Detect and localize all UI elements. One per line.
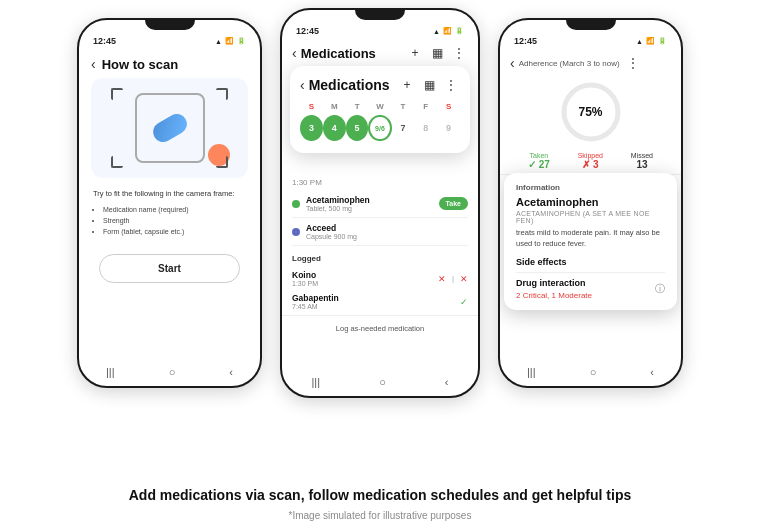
phone2-header: ‹ Medications + ▦ ⋮ — [282, 38, 478, 66]
drug-int-label-wrap: Drug interaction 2 Critical, 1 Moderate — [516, 278, 592, 300]
day-8[interactable]: 8 — [414, 115, 437, 141]
nav-home-2[interactable]: ○ — [379, 376, 386, 388]
nav-bars-2[interactable]: ||| — [312, 376, 321, 388]
phone-status-1: 12:45 ▲ 📶 🔋 — [79, 34, 260, 48]
day-6[interactable]: 9/6 — [368, 115, 391, 141]
info-section-label: Information — [516, 183, 665, 192]
start-btn-wrap: Start — [79, 244, 260, 293]
phone1-time: 12:45 — [93, 36, 116, 46]
phone2-time: 12:45 — [296, 26, 319, 36]
med-item-1: Acetaminophen Tablet, 500 mg Take — [292, 190, 468, 218]
day-4[interactable]: 4 — [323, 115, 346, 141]
adherence-circle: 75% — [559, 80, 623, 144]
scan-frame — [135, 93, 205, 163]
calendar-button-2[interactable]: ▦ — [428, 44, 446, 62]
skipped-label: Skipped — [578, 152, 603, 159]
logged-label: Logged — [292, 254, 468, 263]
taken-label: Taken — [528, 152, 550, 159]
day-labels-row: S M T W T F S — [300, 102, 460, 111]
scan-list: Medication name (required) Strength Form… — [93, 204, 246, 238]
info-icon[interactable]: ⓘ — [655, 282, 665, 296]
back-icon-1[interactable]: ‹ — [91, 56, 96, 72]
phone1-content: ‹ How to scan Try to fit the following i… — [79, 48, 260, 360]
day-3[interactable]: 3 — [300, 115, 323, 141]
logged-name-2: Gabapentin — [292, 293, 456, 303]
med-info-1: Acetaminophen Tablet, 500 mg — [306, 195, 433, 212]
logged-name-1: Koino — [292, 270, 434, 280]
dropdown-back[interactable]: ‹ — [300, 77, 305, 93]
more-button-2[interactable]: ⋮ — [450, 44, 468, 62]
day-5[interactable]: 5 — [346, 115, 369, 141]
status-icons-3: ▲ 📶 🔋 — [636, 37, 667, 45]
taken-value: ✓ 27 — [528, 159, 550, 170]
phone2-title: Medications — [301, 46, 402, 61]
divider-info — [516, 272, 665, 273]
dropdown-more[interactable]: ⋮ — [442, 76, 460, 94]
taken-stat: Taken ✓ 27 — [528, 152, 550, 170]
scan-item-2: Strength — [103, 215, 246, 226]
back-icon-3[interactable]: ‹ — [510, 55, 515, 71]
phone-status-3: 12:45 ▲ 📶 🔋 — [500, 34, 681, 48]
day-label-t2: T — [391, 102, 414, 111]
med-dot-1 — [292, 200, 300, 208]
missed-label: Missed — [631, 152, 653, 159]
med-info-2: Acceed Capsule 900 mg — [306, 223, 468, 240]
nav-back-1[interactable]: ‹ — [229, 366, 233, 378]
skipped-value: ✗ 3 — [578, 159, 603, 170]
phone2-bottom: ||| ○ ‹ — [282, 370, 478, 396]
time-label-130: 1:30 PM — [292, 178, 468, 187]
skip-icon-1[interactable]: ✕ — [460, 274, 468, 284]
drug-int-value: 2 Critical, 1 Moderate — [516, 291, 592, 300]
skipped-stat: Skipped ✗ 3 — [578, 152, 603, 170]
check-icon-2: ✓ — [460, 297, 468, 307]
day-9[interactable]: 9 — [437, 115, 460, 141]
info-card-subtitle: ACETAMINOPHEN (a set a MEE noe fen) — [516, 210, 665, 224]
dropdown-cal[interactable]: ▦ — [420, 76, 438, 94]
status-icons: ▲ 📶 🔋 — [215, 37, 246, 45]
afternoon-section: 1:30 PM Acetaminophen Tablet, 500 mg Tak… — [282, 174, 478, 248]
pill-icon — [149, 110, 190, 145]
back-icon-2[interactable]: ‹ — [292, 45, 297, 61]
nav-back-3[interactable]: ‹ — [650, 366, 654, 378]
phone-medications: 12:45 ▲ 📶 🔋 ‹ Medications + ▦ ⋮ ‹ Medica… — [280, 8, 480, 398]
calendar-dropdown: ‹ Medications + ▦ ⋮ S M T W T F S 3 — [290, 66, 470, 153]
day-label-w: W — [369, 102, 392, 111]
phone3-content: ‹ Adherence (March 3 to now) ⋮ 75% Taken… — [500, 48, 681, 360]
scan-item-3: Form (tablet, capsule etc.) — [103, 226, 246, 237]
logged-info-1: Koino 1:30 PM — [292, 270, 434, 287]
start-button[interactable]: Start — [99, 254, 240, 283]
dropdown-add[interactable]: + — [398, 76, 416, 94]
nav-bars-3[interactable]: ||| — [527, 366, 536, 378]
day-7[interactable]: 7 — [392, 115, 415, 141]
phone-notch-2 — [355, 10, 405, 20]
caption-main: Add medications via scan, follow medicat… — [129, 486, 632, 506]
log-prn[interactable]: Log as-needed medication — [282, 315, 478, 341]
day-label-t1: T — [346, 102, 369, 111]
nav-back-2[interactable]: ‹ — [445, 376, 449, 388]
side-effects-title: Side effects — [516, 257, 665, 267]
logged-section: Logged Koino 1:30 PM ✕ | ✕ Gabapentin — [282, 248, 478, 315]
missed-value: 13 — [631, 159, 653, 170]
nav-bars-1[interactable]: ||| — [106, 366, 115, 378]
delete-icon-1[interactable]: ✕ — [438, 274, 446, 284]
day-label-s2: S — [437, 102, 460, 111]
dropdown-header: ‹ Medications + ▦ ⋮ — [300, 76, 460, 94]
day-label-s1: S — [300, 102, 323, 111]
logged-item-1: Koino 1:30 PM ✕ | ✕ — [292, 267, 468, 290]
phone-scan: 12:45 ▲ 📶 🔋 ‹ How to scan — [77, 18, 262, 388]
nav-home-3[interactable]: ○ — [590, 366, 597, 378]
phone-notch — [145, 20, 195, 30]
adherence-stats: Taken ✓ 27 Skipped ✗ 3 Missed 13 — [500, 148, 681, 174]
status-icons-2: ▲ 📶 🔋 — [433, 27, 464, 35]
nav-home-1[interactable]: ○ — [169, 366, 176, 378]
more-button-3[interactable]: ⋮ — [624, 54, 642, 72]
divider-1: | — [452, 274, 454, 283]
phone3-time: 12:45 — [514, 36, 537, 46]
dropdown-title: Medications — [309, 77, 394, 93]
logged-time-2: 7:45 AM — [292, 303, 456, 310]
add-button-2[interactable]: + — [406, 44, 424, 62]
scan-item-1: Medication name (required) — [103, 204, 246, 215]
phones-container: 12:45 ▲ 📶 🔋 ‹ How to scan — [57, 0, 703, 478]
adh-percentage: 75% — [578, 105, 602, 119]
take-button-1[interactable]: Take — [439, 197, 468, 210]
